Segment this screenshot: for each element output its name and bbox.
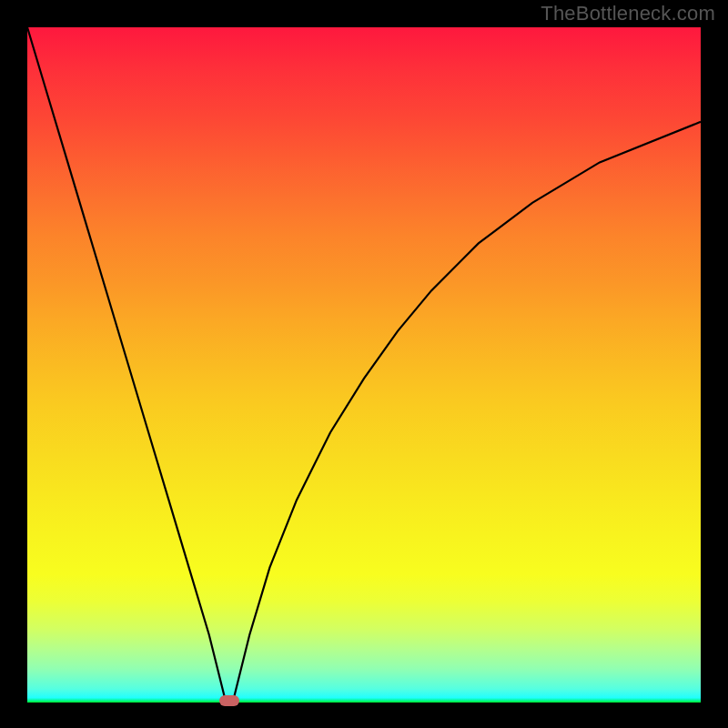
chart-curves (27, 27, 701, 703)
chart-area (27, 27, 701, 703)
bottleneck-marker (219, 695, 239, 706)
curve-right-branch (233, 122, 701, 703)
curve-left-branch (27, 27, 226, 703)
watermark-text: TheBottleneck.com (541, 2, 715, 25)
